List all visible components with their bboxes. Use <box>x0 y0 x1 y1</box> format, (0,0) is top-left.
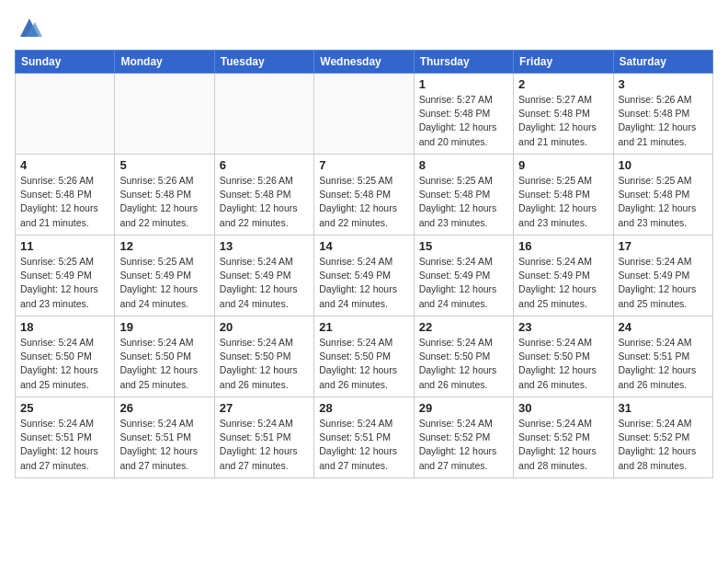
day-cell <box>314 74 414 155</box>
day-number: 13 <box>220 239 309 253</box>
week-row-5: 25Sunrise: 5:24 AMSunset: 5:51 PMDayligh… <box>16 397 713 478</box>
day-cell: 22Sunrise: 5:24 AMSunset: 5:50 PMDayligh… <box>414 316 513 397</box>
day-number: 27 <box>220 401 309 415</box>
day-cell: 10Sunrise: 5:25 AMSunset: 5:48 PMDayligh… <box>613 155 712 236</box>
day-number: 9 <box>518 158 608 172</box>
logo <box>15 15 42 40</box>
day-info: Sunrise: 5:24 AMSunset: 5:51 PMDaylight:… <box>319 417 408 473</box>
day-info: Sunrise: 5:25 AMSunset: 5:49 PMDaylight:… <box>119 255 209 311</box>
day-number: 1 <box>419 77 508 91</box>
day-info: Sunrise: 5:24 AMSunset: 5:49 PMDaylight:… <box>619 255 708 311</box>
day-cell: 24Sunrise: 5:24 AMSunset: 5:51 PMDayligh… <box>613 316 712 397</box>
day-info: Sunrise: 5:24 AMSunset: 5:51 PMDaylight:… <box>20 417 109 473</box>
day-number: 31 <box>619 401 708 415</box>
day-cell: 8Sunrise: 5:25 AMSunset: 5:48 PMDaylight… <box>414 155 513 236</box>
day-cell: 14Sunrise: 5:24 AMSunset: 5:49 PMDayligh… <box>314 236 414 316</box>
day-cell: 28Sunrise: 5:24 AMSunset: 5:51 PMDayligh… <box>314 397 414 478</box>
day-cell: 6Sunrise: 5:26 AMSunset: 5:48 PMDaylight… <box>214 155 313 236</box>
header-row: SundayMondayTuesdayWednesdayThursdayFrid… <box>16 51 713 74</box>
day-number: 7 <box>319 158 408 172</box>
calendar-table: SundayMondayTuesdayWednesdayThursdayFrid… <box>15 50 713 478</box>
col-header-sunday: Sunday <box>16 51 115 74</box>
day-number: 14 <box>319 239 408 253</box>
day-info: Sunrise: 5:24 AMSunset: 5:50 PMDaylight:… <box>319 336 408 392</box>
day-number: 24 <box>619 320 708 334</box>
day-info: Sunrise: 5:24 AMSunset: 5:50 PMDaylight:… <box>220 336 309 392</box>
day-info: Sunrise: 5:27 AMSunset: 5:48 PMDaylight:… <box>518 93 608 149</box>
day-number: 30 <box>518 401 608 415</box>
day-info: Sunrise: 5:25 AMSunset: 5:48 PMDaylight:… <box>619 174 708 230</box>
week-row-2: 4Sunrise: 5:26 AMSunset: 5:48 PMDaylight… <box>16 155 713 236</box>
day-number: 4 <box>20 158 109 172</box>
day-number: 19 <box>119 320 209 334</box>
col-header-saturday: Saturday <box>613 51 712 74</box>
day-info: Sunrise: 5:24 AMSunset: 5:52 PMDaylight:… <box>619 417 708 473</box>
day-cell: 15Sunrise: 5:24 AMSunset: 5:49 PMDayligh… <box>414 236 513 316</box>
day-info: Sunrise: 5:24 AMSunset: 5:52 PMDaylight:… <box>518 417 608 473</box>
col-header-monday: Monday <box>115 51 214 74</box>
day-cell: 31Sunrise: 5:24 AMSunset: 5:52 PMDayligh… <box>613 397 712 478</box>
day-cell <box>16 74 115 155</box>
day-number: 6 <box>220 158 309 172</box>
day-number: 15 <box>419 239 508 253</box>
day-info: Sunrise: 5:26 AMSunset: 5:48 PMDaylight:… <box>119 174 209 230</box>
day-info: Sunrise: 5:26 AMSunset: 5:48 PMDaylight:… <box>220 174 309 230</box>
day-number: 10 <box>619 158 708 172</box>
day-info: Sunrise: 5:27 AMSunset: 5:48 PMDaylight:… <box>419 93 508 149</box>
day-number: 22 <box>419 320 508 334</box>
day-cell: 30Sunrise: 5:24 AMSunset: 5:52 PMDayligh… <box>514 397 613 478</box>
day-info: Sunrise: 5:24 AMSunset: 5:51 PMDaylight:… <box>119 417 209 473</box>
day-number: 11 <box>20 239 109 253</box>
day-cell: 3Sunrise: 5:26 AMSunset: 5:48 PMDaylight… <box>613 74 712 155</box>
day-cell: 27Sunrise: 5:24 AMSunset: 5:51 PMDayligh… <box>214 397 313 478</box>
day-number: 17 <box>619 239 708 253</box>
day-info: Sunrise: 5:24 AMSunset: 5:49 PMDaylight:… <box>419 255 508 311</box>
header <box>15 15 713 40</box>
day-cell: 16Sunrise: 5:24 AMSunset: 5:49 PMDayligh… <box>514 236 613 316</box>
day-number: 23 <box>518 320 608 334</box>
day-number: 3 <box>619 77 708 91</box>
day-info: Sunrise: 5:26 AMSunset: 5:48 PMDaylight:… <box>619 93 708 149</box>
day-number: 25 <box>20 401 109 415</box>
col-header-wednesday: Wednesday <box>314 51 414 74</box>
day-number: 21 <box>319 320 408 334</box>
day-info: Sunrise: 5:25 AMSunset: 5:48 PMDaylight:… <box>319 174 408 230</box>
col-header-friday: Friday <box>514 51 613 74</box>
day-info: Sunrise: 5:24 AMSunset: 5:50 PMDaylight:… <box>119 336 209 392</box>
day-cell: 17Sunrise: 5:24 AMSunset: 5:49 PMDayligh… <box>613 236 712 316</box>
day-info: Sunrise: 5:24 AMSunset: 5:49 PMDaylight:… <box>319 255 408 311</box>
day-info: Sunrise: 5:24 AMSunset: 5:49 PMDaylight:… <box>518 255 608 311</box>
day-cell: 9Sunrise: 5:25 AMSunset: 5:48 PMDaylight… <box>514 155 613 236</box>
day-cell: 26Sunrise: 5:24 AMSunset: 5:51 PMDayligh… <box>115 397 214 478</box>
day-cell: 4Sunrise: 5:26 AMSunset: 5:48 PMDaylight… <box>16 155 115 236</box>
day-cell: 29Sunrise: 5:24 AMSunset: 5:52 PMDayligh… <box>414 397 513 478</box>
day-cell <box>115 74 214 155</box>
day-number: 26 <box>119 401 209 415</box>
col-header-tuesday: Tuesday <box>214 51 313 74</box>
day-info: Sunrise: 5:24 AMSunset: 5:52 PMDaylight:… <box>419 417 508 473</box>
day-cell: 13Sunrise: 5:24 AMSunset: 5:49 PMDayligh… <box>214 236 313 316</box>
day-info: Sunrise: 5:24 AMSunset: 5:50 PMDaylight:… <box>20 336 109 392</box>
day-number: 12 <box>119 239 209 253</box>
day-cell: 11Sunrise: 5:25 AMSunset: 5:49 PMDayligh… <box>16 236 115 316</box>
day-number: 8 <box>419 158 508 172</box>
day-info: Sunrise: 5:24 AMSunset: 5:51 PMDaylight:… <box>619 336 708 392</box>
day-cell: 7Sunrise: 5:25 AMSunset: 5:48 PMDaylight… <box>314 155 414 236</box>
day-info: Sunrise: 5:24 AMSunset: 5:51 PMDaylight:… <box>220 417 309 473</box>
day-info: Sunrise: 5:25 AMSunset: 5:48 PMDaylight:… <box>419 174 508 230</box>
col-header-thursday: Thursday <box>414 51 513 74</box>
day-cell: 12Sunrise: 5:25 AMSunset: 5:49 PMDayligh… <box>115 236 214 316</box>
day-cell: 5Sunrise: 5:26 AMSunset: 5:48 PMDaylight… <box>115 155 214 236</box>
day-number: 20 <box>220 320 309 334</box>
day-info: Sunrise: 5:26 AMSunset: 5:48 PMDaylight:… <box>20 174 109 230</box>
week-row-3: 11Sunrise: 5:25 AMSunset: 5:49 PMDayligh… <box>16 236 713 316</box>
day-cell: 1Sunrise: 5:27 AMSunset: 5:48 PMDaylight… <box>414 74 513 155</box>
day-cell: 20Sunrise: 5:24 AMSunset: 5:50 PMDayligh… <box>214 316 313 397</box>
day-cell: 25Sunrise: 5:24 AMSunset: 5:51 PMDayligh… <box>16 397 115 478</box>
day-info: Sunrise: 5:24 AMSunset: 5:49 PMDaylight:… <box>220 255 309 311</box>
day-info: Sunrise: 5:25 AMSunset: 5:48 PMDaylight:… <box>518 174 608 230</box>
day-cell: 2Sunrise: 5:27 AMSunset: 5:48 PMDaylight… <box>514 74 613 155</box>
day-cell: 18Sunrise: 5:24 AMSunset: 5:50 PMDayligh… <box>16 316 115 397</box>
week-row-1: 1Sunrise: 5:27 AMSunset: 5:48 PMDaylight… <box>16 74 713 155</box>
day-info: Sunrise: 5:24 AMSunset: 5:50 PMDaylight:… <box>518 336 608 392</box>
